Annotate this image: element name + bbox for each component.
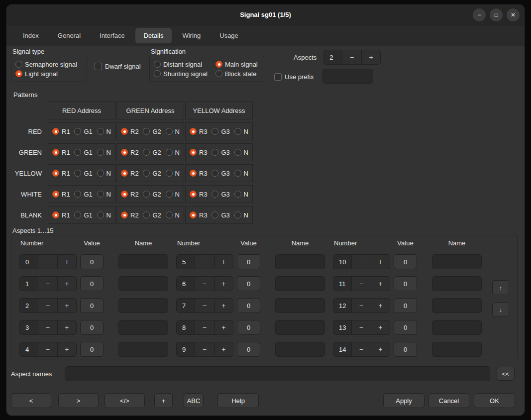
aspect-14-name-input[interactable] (432, 342, 482, 357)
aspect-1-value-box[interactable]: 0 (80, 276, 104, 291)
radio-white-r2[interactable]: R2 (121, 191, 139, 198)
aspect-4-value-box[interactable]: 0 (80, 342, 104, 357)
spinner-increment-button[interactable]: + (214, 320, 233, 334)
aspect-9-value-box[interactable]: 0 (237, 342, 260, 357)
spinner-decrement-button[interactable]: − (38, 299, 57, 313)
radio-white-r3[interactable]: R3 (190, 191, 208, 198)
tab-index[interactable]: Index (14, 28, 47, 43)
aspect-6-value-box[interactable]: 0 (237, 276, 260, 291)
move-up-button[interactable]: ↑ (492, 280, 509, 295)
ok-button[interactable]: OK (474, 393, 515, 408)
radio-white-r1[interactable]: R1 (52, 191, 70, 198)
apply-button[interactable]: Apply (383, 393, 425, 408)
spinner-decrement-button[interactable]: − (351, 299, 371, 313)
spinner-decrement-button[interactable]: − (195, 255, 214, 269)
radio-red-g1[interactable]: G1 (74, 128, 92, 135)
aspect-3-name-input[interactable] (118, 320, 168, 335)
radio-red-g2[interactable]: G2 (143, 128, 161, 135)
spinner-increment-button[interactable]: + (371, 320, 390, 334)
spinner-decrement-button[interactable]: − (351, 320, 371, 334)
spinner-decrement-button[interactable]: − (195, 342, 214, 356)
radio-red-r3[interactable]: R3 (190, 128, 208, 135)
radio-yellow-r2[interactable]: R2 (121, 170, 139, 177)
aspect-10-name-input[interactable] (432, 254, 482, 269)
spinner-increment-button[interactable]: + (371, 342, 390, 356)
aspect-7-name-input[interactable] (275, 298, 325, 313)
aspect-8-value-box[interactable]: 0 (237, 320, 260, 335)
spinner-decrement-button[interactable]: − (38, 342, 57, 356)
aspect-10-value-box[interactable]: 0 (394, 254, 417, 269)
radio-white-g3[interactable]: G3 (212, 191, 229, 198)
radio-green-g3[interactable]: G3 (212, 149, 229, 156)
use-prefix-checkbox[interactable]: Use prefix (274, 73, 314, 81)
titlebar[interactable]: Signal sg01 (1/5) − □ ✕ (6, 4, 525, 25)
aspect-5-name-input[interactable] (275, 254, 325, 269)
aspect-13-name-input[interactable] (432, 320, 482, 335)
aspect-13-value-box[interactable]: 0 (394, 320, 417, 335)
aspect-8-name-input[interactable] (275, 320, 325, 335)
spinner-decrement-button[interactable]: − (195, 299, 214, 313)
radio-yellow-r3[interactable]: R3 (190, 170, 208, 177)
radio-yellow-n[interactable]: N (97, 170, 111, 177)
aspect-12-name-input[interactable] (432, 298, 482, 313)
radio-red-r2[interactable]: R2 (121, 128, 139, 135)
radio-white-g1[interactable]: G1 (74, 191, 92, 198)
spinner-increment-button[interactable]: + (371, 255, 390, 269)
aspect-9-name-input[interactable] (275, 342, 325, 357)
radio-main-signal[interactable]: Main signal (215, 61, 260, 68)
spinner-decrement-button[interactable]: − (195, 320, 214, 334)
radio-blank-g1[interactable]: G1 (74, 211, 92, 219)
prefix-input[interactable] (322, 69, 373, 84)
radio-white-n[interactable]: N (234, 191, 248, 198)
radio-blank-r3[interactable]: R3 (190, 211, 208, 219)
radio-blank-r2[interactable]: R2 (121, 211, 139, 219)
close-button[interactable]: ✕ (507, 8, 520, 21)
spinner-decrement-button[interactable]: − (351, 255, 371, 269)
radio-blank-g2[interactable]: G2 (143, 211, 161, 219)
radio-green-n[interactable]: N (234, 149, 248, 156)
collapse-button[interactable]: << (497, 367, 515, 381)
tab-usage[interactable]: Usage (211, 28, 247, 43)
aspect-2-value-box[interactable]: 0 (80, 298, 104, 313)
tab-general[interactable]: General (49, 28, 89, 43)
spinner-decrement-button[interactable]: − (38, 277, 57, 291)
add-button[interactable]: + (154, 393, 173, 408)
maximize-button[interactable]: □ (490, 8, 503, 21)
tab-wiring[interactable]: Wiring (174, 28, 209, 43)
spinner-increment-button[interactable]: + (361, 50, 381, 64)
aspect-14-value-box[interactable]: 0 (394, 342, 417, 357)
radio-red-g3[interactable]: G3 (212, 128, 229, 135)
spinner-increment-button[interactable]: + (371, 277, 390, 291)
radio-green-n[interactable]: N (166, 149, 180, 156)
next-button[interactable]: > (58, 393, 99, 408)
radio-red-r1[interactable]: R1 (52, 128, 70, 135)
prev-button[interactable]: < (11, 393, 51, 408)
radio-yellow-g3[interactable]: G3 (212, 170, 229, 177)
radio-blank-n[interactable]: N (97, 211, 111, 219)
spinner-decrement-button[interactable]: − (342, 50, 361, 64)
radio-shunting-signal[interactable]: Shunting signal (154, 70, 215, 78)
aspect-12-value-box[interactable]: 0 (394, 298, 417, 313)
radio-yellow-n[interactable]: N (234, 170, 248, 177)
tab-interface[interactable]: Interface (91, 28, 133, 43)
radio-green-r3[interactable]: R3 (190, 149, 208, 156)
radio-white-n[interactable]: N (166, 191, 180, 198)
spinner-decrement-button[interactable]: − (351, 277, 371, 291)
spinner-increment-button[interactable]: + (57, 320, 77, 334)
markup-button[interactable]: </> (105, 393, 145, 408)
tab-details[interactable]: Details (135, 28, 172, 43)
radio-distant-signal[interactable]: Distant signal (154, 61, 215, 68)
aspect-names-input[interactable] (65, 366, 490, 381)
spinner-decrement-button[interactable]: − (195, 277, 214, 291)
spinner-decrement-button[interactable]: − (351, 342, 371, 356)
spinner-increment-button[interactable]: + (57, 277, 77, 291)
radio-light-signal[interactable]: Light signal (15, 70, 83, 78)
spinner-increment-button[interactable]: + (57, 299, 77, 313)
radio-blank-n[interactable]: N (166, 211, 180, 219)
radio-semaphore-signal[interactable]: Semaphore signal (15, 61, 83, 68)
radio-green-g1[interactable]: G1 (74, 149, 92, 156)
radio-green-g2[interactable]: G2 (143, 149, 161, 156)
radio-blank-g3[interactable]: G3 (212, 211, 229, 219)
radio-yellow-g2[interactable]: G2 (143, 170, 161, 177)
dwarf-signal-checkbox[interactable]: Dwarf signal (95, 63, 141, 70)
